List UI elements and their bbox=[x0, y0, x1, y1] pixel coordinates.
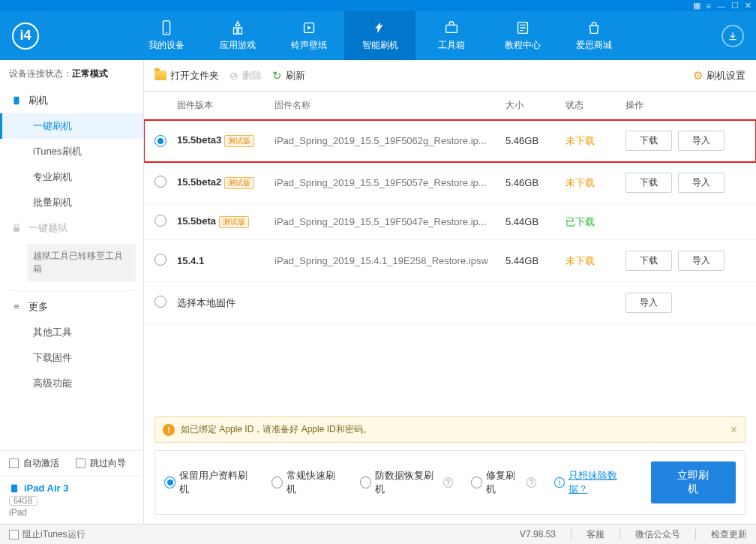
service-link[interactable]: 客服 bbox=[586, 528, 604, 541]
sidebar-item[interactable]: 高级功能 bbox=[0, 371, 143, 396]
table-row[interactable]: 15.5beta测试版iPad_Spring_2019_15.5_19F5047… bbox=[144, 204, 756, 240]
start-flash-button[interactable]: 立即刷机 bbox=[651, 461, 736, 503]
download-button[interactable]: 下载 bbox=[626, 251, 672, 271]
svg-rect-5 bbox=[14, 97, 20, 105]
table-row[interactable]: 15.5beta2测试版iPad_Spring_2019_15.5_19F505… bbox=[144, 162, 756, 204]
main-nav: 我的设备应用游戏铃声壁纸智能刷机工具箱教程中心爱思商城 bbox=[130, 11, 722, 60]
table-header: 固件版本 固件名称 大小 状态 操作 bbox=[144, 92, 756, 120]
window-titlebar: ▦ ≡ — ☐ ✕ bbox=[0, 0, 756, 11]
content-area: 打开文件夹 ⊘删除 ↻刷新 ⚙刷机设置 固件版本 固件名称 大小 状态 操作 1… bbox=[144, 60, 756, 524]
sidebar-section-more[interactable]: ≡ 更多 bbox=[0, 294, 143, 320]
open-folder-button[interactable]: 打开文件夹 bbox=[154, 69, 219, 83]
logo-icon: i4 bbox=[12, 23, 39, 50]
version-label: V7.98.53 bbox=[520, 529, 556, 539]
delete-button[interactable]: ⊘删除 bbox=[230, 69, 262, 83]
trash-icon: ⊘ bbox=[230, 70, 238, 82]
help-icon[interactable]: ? bbox=[443, 477, 453, 488]
sidebar-section-jailbreak: 一键越狱 bbox=[0, 215, 143, 241]
auto-activate-checkbox[interactable] bbox=[9, 458, 19, 468]
firmware-table: 固件版本 固件名称 大小 状态 操作 15.5beta3测试版iPad_Spri… bbox=[144, 92, 756, 412]
auto-options: 自动激活 跳过向导 bbox=[0, 450, 143, 476]
nav-ring[interactable]: 铃声壁纸 bbox=[273, 11, 344, 60]
connection-status: 设备连接状态：正常模式 bbox=[0, 60, 143, 88]
table-row[interactable]: 选择本地固件导入 bbox=[144, 282, 756, 324]
import-button[interactable]: 导入 bbox=[678, 131, 724, 151]
titlebar-icon[interactable]: ≡ bbox=[706, 2, 711, 11]
sidebar-section-flash[interactable]: 刷机 bbox=[0, 88, 143, 113]
row-radio[interactable] bbox=[154, 135, 166, 147]
option-normal[interactable]: 常规快速刷机 bbox=[272, 469, 342, 496]
close-icon[interactable]: ✕ bbox=[745, 1, 752, 11]
row-radio[interactable] bbox=[154, 215, 166, 227]
minimize-icon[interactable]: — bbox=[717, 2, 725, 11]
option-keep-data[interactable]: 保留用户资料刷机 bbox=[164, 469, 254, 496]
toolbar: 打开文件夹 ⊘删除 ↻刷新 ⚙刷机设置 bbox=[144, 60, 756, 92]
block-itunes-option[interactable]: 阻止iTunes运行 bbox=[9, 528, 86, 541]
row-radio[interactable] bbox=[154, 176, 166, 188]
refresh-icon: ↻ bbox=[272, 69, 282, 83]
svg-rect-7 bbox=[11, 484, 17, 492]
download-manager-icon[interactable] bbox=[722, 25, 744, 47]
sidebar-item[interactable]: 批量刷机 bbox=[0, 190, 143, 215]
device-info[interactable]: iPad Air 3 64GB iPad bbox=[0, 476, 143, 524]
jailbreak-note: 越狱工具已转移至工具箱 bbox=[27, 244, 136, 281]
sidebar-item[interactable]: 其他工具 bbox=[0, 320, 143, 345]
more-icon: ≡ bbox=[10, 301, 22, 313]
svg-point-1 bbox=[166, 32, 167, 34]
row-radio[interactable] bbox=[154, 296, 166, 308]
wechat-link[interactable]: 微信公众号 bbox=[635, 528, 680, 541]
refresh-button[interactable]: ↻刷新 bbox=[272, 69, 305, 83]
import-button[interactable]: 导入 bbox=[626, 293, 672, 313]
help-icon[interactable]: ? bbox=[526, 477, 536, 488]
warning-banner: ! 如已绑定 Apple ID，请准备好 Apple ID和密码。 × bbox=[154, 416, 746, 443]
check-update-link[interactable]: 检查更新 bbox=[711, 528, 747, 541]
nav-tutorial[interactable]: 教程中心 bbox=[487, 11, 558, 60]
sidebar: 设备连接状态：正常模式 刷机 一键刷机iTunes刷机专业刷机批量刷机 一键越狱… bbox=[0, 60, 144, 524]
device-icon bbox=[9, 483, 20, 494]
nav-apps[interactable]: 应用游戏 bbox=[202, 11, 273, 60]
info-icon: i bbox=[554, 477, 564, 488]
warning-icon: ! bbox=[163, 424, 175, 436]
lock-icon bbox=[10, 222, 22, 234]
storage-badge: 64GB bbox=[9, 496, 38, 506]
download-button[interactable]: 下载 bbox=[626, 131, 672, 151]
nav-toolbox[interactable]: 工具箱 bbox=[416, 11, 487, 60]
svg-rect-6 bbox=[14, 227, 20, 232]
sidebar-item[interactable]: iTunes刷机 bbox=[0, 139, 143, 164]
folder-icon bbox=[154, 71, 166, 80]
maximize-icon[interactable]: ☐ bbox=[731, 1, 739, 11]
option-antiloss[interactable]: 防数据恢复刷机? bbox=[360, 469, 453, 496]
download-button[interactable]: 下载 bbox=[626, 173, 672, 193]
erase-link[interactable]: i只想抹除数据？ bbox=[554, 469, 632, 496]
nav-device[interactable]: 我的设备 bbox=[130, 11, 202, 60]
row-radio[interactable] bbox=[154, 254, 166, 266]
skip-guide-checkbox[interactable] bbox=[76, 458, 86, 468]
table-row[interactable]: 15.5beta3测试版iPad_Spring_2019_15.5_19F506… bbox=[144, 120, 756, 162]
table-row[interactable]: 15.4.1iPad_Spring_2019_15.4.1_19E258_Res… bbox=[144, 240, 756, 282]
status-bar: 阻止iTunes运行 V7.98.53 客服 微信公众号 检查更新 bbox=[0, 524, 756, 544]
import-button[interactable]: 导入 bbox=[678, 251, 724, 271]
gear-icon: ⚙ bbox=[693, 69, 703, 83]
app-header: i4 爱思助手 www.i4.cn 我的设备应用游戏铃声壁纸智能刷机工具箱教程中… bbox=[0, 11, 756, 60]
nav-flash[interactable]: 智能刷机 bbox=[344, 11, 416, 60]
flash-settings-button[interactable]: ⚙刷机设置 bbox=[693, 69, 746, 83]
flash-icon bbox=[10, 95, 22, 107]
import-button[interactable]: 导入 bbox=[678, 173, 724, 193]
sidebar-item[interactable]: 下载固件 bbox=[0, 345, 143, 371]
sidebar-item[interactable]: 一键刷机 bbox=[0, 113, 143, 139]
sidebar-item[interactable]: 专业刷机 bbox=[0, 164, 143, 190]
svg-rect-3 bbox=[446, 25, 457, 32]
titlebar-icon[interactable]: ▦ bbox=[693, 1, 700, 11]
nav-store[interactable]: 爱思商城 bbox=[558, 11, 629, 60]
close-warning-icon[interactable]: × bbox=[730, 423, 737, 437]
flash-options: 保留用户资料刷机 常规快速刷机 防数据恢复刷机? 修复刷机? i只想抹除数据？ … bbox=[154, 450, 746, 515]
option-repair[interactable]: 修复刷机? bbox=[471, 469, 536, 496]
